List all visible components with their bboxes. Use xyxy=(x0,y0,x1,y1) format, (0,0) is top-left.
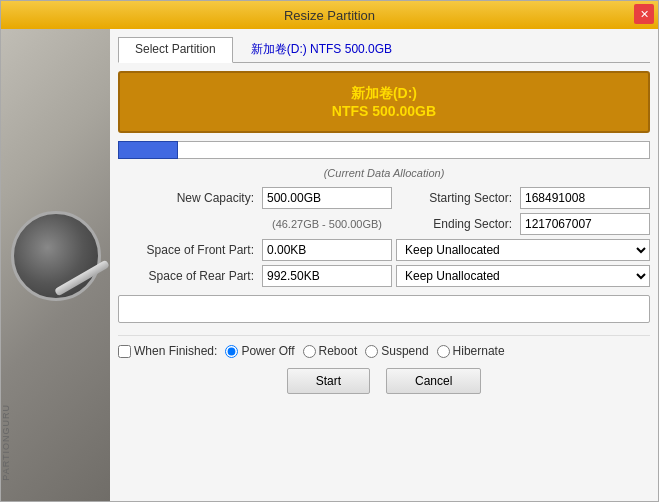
radio-reboot[interactable] xyxy=(303,345,316,358)
start-button[interactable]: Start xyxy=(287,368,370,394)
hdd-illustration: PARTIONGURU xyxy=(1,29,110,501)
ending-sector-input[interactable] xyxy=(520,213,650,235)
option-hibernate[interactable]: Hibernate xyxy=(437,344,505,358)
radio-suspend[interactable] xyxy=(365,345,378,358)
radio-hibernate[interactable] xyxy=(437,345,450,358)
used-space-bar xyxy=(118,141,178,159)
rear-part-select[interactable]: Keep Unallocated xyxy=(396,265,650,287)
close-button[interactable]: ✕ xyxy=(634,4,654,24)
when-finished-checkbox[interactable] xyxy=(118,345,131,358)
starting-sector-label: Starting Sector: xyxy=(396,191,516,205)
tabs-row: Select Partition 新加卷(D:) NTFS 500.0GB xyxy=(118,37,650,63)
partition-name: 新加卷(D:) xyxy=(132,85,636,103)
tab-select-partition[interactable]: Select Partition xyxy=(118,37,233,63)
content-area: PARTIONGURU Select Partition 新加卷(D:) NTF… xyxy=(1,29,658,501)
rear-part-label: Space of Rear Part: xyxy=(118,269,258,283)
option-power-off[interactable]: Power Off xyxy=(225,344,294,358)
when-finished-checkbox-label[interactable]: When Finished: xyxy=(118,344,217,358)
radio-power-off[interactable] xyxy=(225,345,238,358)
main-panel: Select Partition 新加卷(D:) NTFS 500.0GB 新加… xyxy=(110,29,658,501)
front-part-label: Space of Front Part: xyxy=(118,243,258,257)
titlebar: Resize Partition ✕ xyxy=(1,1,658,29)
new-capacity-input[interactable] xyxy=(262,187,392,209)
partition-bar: 新加卷(D:) NTFS 500.00GB xyxy=(118,71,650,133)
new-capacity-label: New Capacity: xyxy=(118,191,258,205)
button-row: Start Cancel xyxy=(118,368,650,394)
allocation-bar-row xyxy=(118,141,650,159)
tab-partition-name[interactable]: 新加卷(D:) NTFS 500.0GB xyxy=(235,37,408,62)
sidebar: PARTIONGURU xyxy=(1,29,110,501)
range-label: (46.27GB - 500.00GB) xyxy=(262,218,392,230)
front-part-select[interactable]: Keep Unallocated xyxy=(396,239,650,261)
cancel-button[interactable]: Cancel xyxy=(386,368,481,394)
form-grid: New Capacity: Starting Sector: (46.27GB … xyxy=(118,187,650,287)
current-data-label: (Current Data Allocation) xyxy=(118,167,650,179)
window-title: Resize Partition xyxy=(284,8,375,23)
option-reboot[interactable]: Reboot xyxy=(303,344,358,358)
bottom-section: When Finished: Power Off Reboot Suspend xyxy=(118,335,650,394)
progress-bar xyxy=(118,295,650,323)
option-suspend[interactable]: Suspend xyxy=(365,344,428,358)
hdd-brand-label: PARTIONGURU xyxy=(1,404,110,481)
front-part-input[interactable] xyxy=(262,239,392,261)
resize-partition-window: Resize Partition ✕ PARTIONGURU Select Pa… xyxy=(0,0,659,502)
partition-fs-size: NTFS 500.00GB xyxy=(132,103,636,119)
when-finished-row: When Finished: Power Off Reboot Suspend xyxy=(118,344,650,358)
free-space-bar xyxy=(178,141,650,159)
rear-part-input[interactable] xyxy=(262,265,392,287)
ending-sector-label: Ending Sector: xyxy=(396,217,516,231)
starting-sector-input[interactable] xyxy=(520,187,650,209)
